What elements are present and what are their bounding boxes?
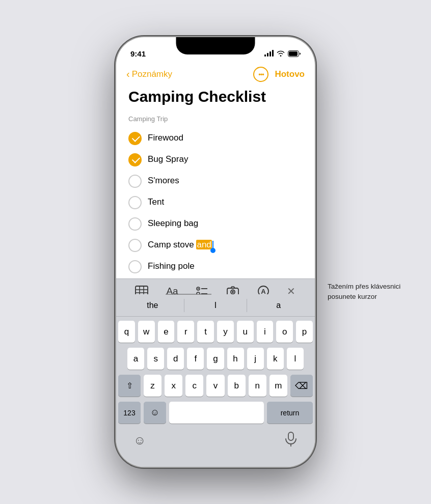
- svg-point-14: [232, 291, 234, 293]
- key-w[interactable]: w: [138, 321, 155, 343]
- emoji-key[interactable]: ☺: [144, 402, 166, 424]
- key-f[interactable]: f: [187, 348, 204, 370]
- key-i[interactable]: i: [257, 321, 274, 343]
- annotation-line2: posunete kurzor: [328, 292, 422, 302]
- key-y[interactable]: y: [217, 321, 234, 343]
- space-key[interactable]: [169, 402, 264, 424]
- key-q[interactable]: q: [118, 321, 135, 343]
- status-icons: [264, 50, 301, 57]
- key-j[interactable]: j: [247, 348, 264, 370]
- pred-word-1[interactable]: the: [121, 299, 184, 312]
- back-button[interactable]: ‹ Poznámky: [126, 69, 172, 80]
- annotation-line1: Tažením přes klávesnici: [328, 282, 422, 292]
- back-label: Poznámky: [132, 69, 172, 79]
- note-content: Camping Checklist Camping Trip Firewood …: [116, 84, 315, 277]
- delete-key[interactable]: ⌫: [290, 375, 313, 397]
- key-b[interactable]: b: [228, 375, 246, 397]
- more-dots-icon: •••: [258, 71, 264, 78]
- item-text-bugspray: Bug Spray: [148, 154, 188, 165]
- svg-rect-17: [288, 432, 293, 440]
- key-o[interactable]: o: [276, 321, 293, 343]
- key-e[interactable]: e: [158, 321, 175, 343]
- list-item: Fishing pole: [128, 256, 303, 277]
- text-cursor: [212, 241, 213, 250]
- key-x[interactable]: x: [165, 375, 182, 397]
- item-text-sleeping: Sleeping bag: [148, 218, 198, 229]
- item-text-tent: Tent: [148, 197, 164, 208]
- dictation-icon[interactable]: [284, 432, 298, 449]
- key-p[interactable]: p: [296, 321, 313, 343]
- item-text-smores: S'mores: [148, 175, 179, 186]
- checkbox-sleeping[interactable]: [128, 217, 142, 231]
- page-title: Camping Checklist: [128, 88, 303, 106]
- list-item: Sleeping bag: [128, 213, 303, 235]
- checkbox-fishing[interactable]: [128, 260, 142, 273]
- more-button[interactable]: •••: [253, 67, 268, 82]
- item-text-camp: Camp stove and: [148, 239, 213, 250]
- key-a[interactable]: a: [127, 348, 144, 370]
- pred-word-3[interactable]: a: [247, 299, 310, 312]
- svg-rect-1: [289, 51, 298, 56]
- key-row-3: ⇧ z x c v b n m ⌫: [118, 375, 313, 397]
- checkbox-bugspray[interactable]: [128, 153, 142, 166]
- list-item: Bug Spray: [128, 149, 303, 171]
- pred-word-2[interactable]: I: [184, 299, 248, 312]
- signal-icon: [264, 50, 274, 57]
- list-item: Tent: [128, 192, 303, 213]
- notch: [176, 37, 255, 54]
- key-m[interactable]: m: [270, 375, 287, 397]
- annotation-text: Tažením přes klávesnici posunete kurzor: [328, 282, 422, 302]
- key-r[interactable]: r: [177, 321, 194, 343]
- key-k[interactable]: k: [267, 348, 284, 370]
- wifi-icon: [277, 50, 285, 57]
- key-l[interactable]: l: [287, 348, 304, 370]
- keyboard: q w e r t y u i o p a s d f g h j k: [116, 317, 315, 467]
- key-d[interactable]: d: [167, 348, 184, 370]
- nav-actions: ••• Hotovo: [253, 67, 305, 82]
- checkbox-firewood[interactable]: [128, 132, 142, 145]
- list-item: S'mores: [128, 171, 303, 192]
- chevron-left-icon: ‹: [126, 68, 130, 80]
- key-s[interactable]: s: [147, 348, 164, 370]
- list-item: Camp stove and: [128, 235, 303, 256]
- section-label: Camping Trip: [128, 115, 303, 123]
- checkbox-tent[interactable]: [128, 196, 142, 209]
- selected-text: and: [196, 240, 211, 249]
- key-row-4: 123 ☺ return: [118, 402, 313, 424]
- return-key[interactable]: return: [267, 402, 313, 424]
- key-v[interactable]: v: [206, 375, 224, 397]
- annotation-connector: [166, 294, 211, 295]
- predictive-bar: the I a: [116, 294, 315, 317]
- checkbox-camp[interactable]: [128, 239, 142, 252]
- key-c[interactable]: c: [185, 375, 203, 397]
- key-t[interactable]: t: [197, 321, 214, 343]
- svg-point-11: [197, 288, 198, 289]
- key-n[interactable]: n: [249, 375, 266, 397]
- list-item: Firewood: [128, 128, 303, 149]
- item-text-fishing: Fishing pole: [148, 261, 195, 272]
- item-text-firewood: Firewood: [148, 132, 183, 144]
- done-button[interactable]: Hotovo: [275, 69, 305, 79]
- key-h[interactable]: h: [227, 348, 244, 370]
- battery-icon: [288, 50, 301, 57]
- key-z[interactable]: z: [144, 375, 161, 397]
- checkbox-smores[interactable]: [128, 175, 142, 188]
- nav-bar: ‹ Poznámky ••• Hotovo: [116, 63, 315, 84]
- key-g[interactable]: g: [207, 348, 224, 370]
- phone-frame: 9:41: [116, 37, 315, 467]
- key-row-1: q w e r t y u i o p: [118, 321, 313, 343]
- checklist: Firewood Bug Spray S'mores Tent: [128, 128, 303, 277]
- key-row-2: a s d f g h j k l: [118, 348, 313, 370]
- shift-key[interactable]: ⇧: [118, 375, 141, 397]
- status-time: 9:41: [130, 49, 146, 58]
- key-u[interactable]: u: [237, 321, 254, 343]
- numbers-key[interactable]: 123: [118, 402, 141, 424]
- emoji-bottom-icon[interactable]: ☺: [133, 433, 146, 447]
